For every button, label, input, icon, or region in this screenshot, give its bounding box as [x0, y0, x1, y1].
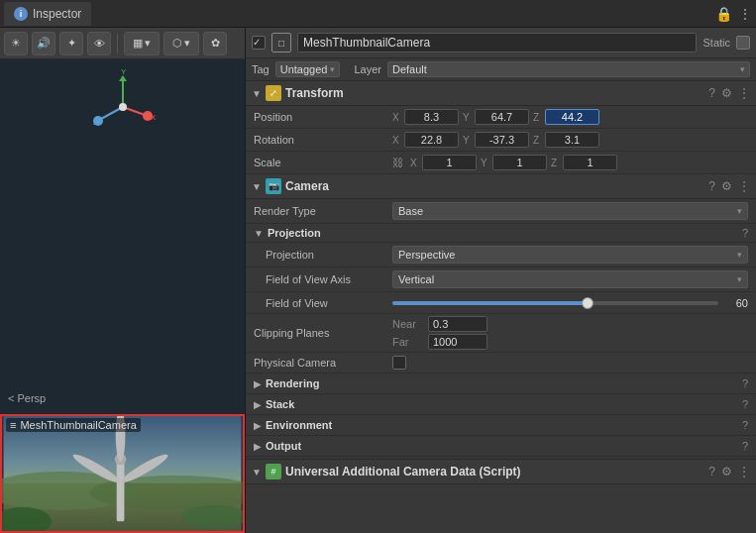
svg-text:X: X: [151, 113, 157, 122]
ua-more-icon[interactable]: ⋮: [738, 465, 750, 479]
fov-slider-fill: [392, 301, 588, 305]
more-icon[interactable]: ⋮: [738, 6, 752, 22]
ua-actions: ? ⚙ ⋮: [708, 465, 750, 479]
position-z-input[interactable]: [545, 109, 599, 125]
transform-help-icon[interactable]: ?: [708, 86, 715, 100]
obj-name-input[interactable]: [297, 33, 697, 53]
transform-settings-icon[interactable]: ⚙: [721, 86, 732, 100]
effects-btn[interactable]: ✦: [59, 32, 83, 55]
rotation-y-input[interactable]: [475, 132, 529, 148]
transform-more-icon[interactable]: ⋮: [738, 86, 750, 100]
tag-layer-row: Tag Untagged ▾ Layer Default ▾: [246, 58, 756, 81]
camera-body: Render Type Base ▾ ▼ Projection ? Projec…: [246, 199, 756, 457]
output-help-icon[interactable]: ?: [742, 440, 748, 452]
static-toggle[interactable]: [736, 36, 750, 50]
tag-label: Tag: [252, 63, 270, 75]
environment-section[interactable]: ▶ Environment ?: [246, 415, 756, 436]
fov-axis-dropdown[interactable]: Vertical ▾: [392, 270, 748, 288]
rotation-y-field: Y: [463, 132, 529, 148]
projection-section-header[interactable]: ▼ Projection ?: [246, 224, 756, 243]
stack-arrow: ▶: [254, 399, 262, 410]
camera-help-icon[interactable]: ?: [708, 179, 715, 193]
transform-title: Transform: [285, 86, 704, 100]
camera-settings-icon[interactable]: ⚙: [721, 179, 732, 193]
fov-axis-chevron-icon: ▾: [737, 274, 742, 284]
far-label: Far: [392, 336, 422, 348]
fov-axis-row: Field of View Axis Vertical ▾: [246, 267, 756, 292]
inspector-tab-label: Inspector: [33, 7, 81, 21]
transform-actions: ? ⚙ ⋮: [708, 86, 750, 100]
x-label: X: [392, 112, 402, 123]
rotation-z-input[interactable]: [545, 132, 599, 148]
universal-camera-header[interactable]: ▼ # Universal Additional Camera Data (Sc…: [246, 459, 756, 484]
tab-bar: i Inspector 🔒 ⋮: [0, 0, 756, 28]
render-type-row: Render Type Base ▾: [246, 199, 756, 224]
viewport-3d[interactable]: Y X Z < Persp: [0, 59, 245, 414]
ua-icon: #: [266, 464, 281, 480]
position-y-field: Y: [463, 109, 529, 125]
rendering-help-icon[interactable]: ?: [742, 377, 748, 389]
output-section[interactable]: ▶ Output ?: [246, 436, 756, 457]
inspector-tab-icon: i: [14, 7, 28, 21]
projection-value: Perspective ▾: [392, 246, 748, 264]
environment-help-icon[interactable]: ?: [742, 419, 748, 431]
rotation-value: X Y Z: [392, 132, 748, 148]
gizmo-btn[interactable]: ✿: [203, 32, 227, 55]
lock-icon[interactable]: 🔒: [715, 6, 732, 22]
position-y-input[interactable]: [475, 109, 529, 125]
far-input[interactable]: [428, 334, 487, 350]
scale-x-input[interactable]: [422, 155, 477, 170]
audio-btn[interactable]: 🔊: [32, 32, 55, 55]
fov-axis-label: Field of View Axis: [254, 273, 392, 285]
left-panel: ☀ 🔊 ✦ 👁 ▦ ▾ ⬡ ▾ ✿: [0, 28, 246, 533]
view-icon: ⬡: [172, 37, 182, 50]
camera-collapse-arrow: ▼: [252, 181, 262, 192]
shading-dropdown[interactable]: ▦ ▾: [124, 32, 160, 55]
scene-lighting-btn[interactable]: ☀: [4, 32, 28, 55]
scale-z-input[interactable]: [563, 155, 617, 170]
inspector-tab[interactable]: i Inspector: [4, 2, 91, 26]
position-value: X Y Z: [392, 109, 748, 125]
camera-more-icon[interactable]: ⋮: [738, 179, 750, 193]
near-input[interactable]: [428, 316, 487, 332]
fov-slider-value: 60: [724, 297, 748, 309]
output-title: Output: [266, 440, 738, 452]
stack-title: Stack: [266, 398, 738, 410]
physical-camera-checkbox[interactable]: [392, 356, 406, 370]
camera-menu-icon: ≡: [10, 419, 16, 431]
rendering-section[interactable]: ▶ Rendering ?: [246, 373, 756, 394]
position-row: Position X Y Z: [246, 106, 756, 129]
obj-type-icon: □: [271, 33, 291, 53]
ua-help-icon[interactable]: ?: [708, 465, 715, 479]
camera-preview: ≡ MeshThumbnailCamera: [0, 414, 245, 533]
projection-help-icon[interactable]: ?: [742, 227, 748, 239]
view-dropdown[interactable]: ⬡ ▾: [163, 32, 199, 55]
ua-collapse-arrow: ▼: [252, 467, 262, 478]
rotation-x-field: X: [392, 132, 459, 148]
sz-label: Z: [551, 158, 561, 168]
fov-slider-thumb[interactable]: [582, 297, 594, 309]
position-label: Position: [254, 111, 392, 123]
ua-title: Universal Additional Camera Data (Script…: [285, 465, 704, 479]
stack-section[interactable]: ▶ Stack ?: [246, 394, 756, 415]
near-label: Near: [392, 318, 422, 330]
rotation-x-input[interactable]: [404, 132, 459, 148]
obj-active-checkbox[interactable]: ✓: [252, 36, 266, 50]
toolbar-separator: [117, 34, 118, 53]
link-icon: ⛓: [392, 157, 403, 168]
render-type-dropdown[interactable]: Base ▾: [392, 202, 748, 220]
fov-slider-track[interactable]: [392, 301, 718, 305]
layer-value: Default: [392, 63, 427, 75]
svg-text:Z: Z: [93, 118, 98, 127]
position-x-input[interactable]: [404, 109, 459, 125]
transform-component-header[interactable]: ▼ ⤢ Transform ? ⚙ ⋮: [246, 81, 756, 106]
layer-dropdown[interactable]: Default ▾: [387, 61, 750, 77]
rotation-row: Rotation X Y Z: [246, 129, 756, 152]
tag-dropdown[interactable]: Untagged ▾: [275, 61, 341, 77]
ua-settings-icon[interactable]: ⚙: [721, 465, 732, 479]
camera-component-header[interactable]: ▼ 📷 Camera ? ⚙ ⋮: [246, 174, 756, 199]
stack-help-icon[interactable]: ?: [742, 398, 748, 410]
projection-dropdown[interactable]: Perspective ▾: [392, 246, 748, 264]
scale-y-input[interactable]: [492, 155, 547, 170]
hide-btn[interactable]: 👁: [87, 32, 111, 55]
